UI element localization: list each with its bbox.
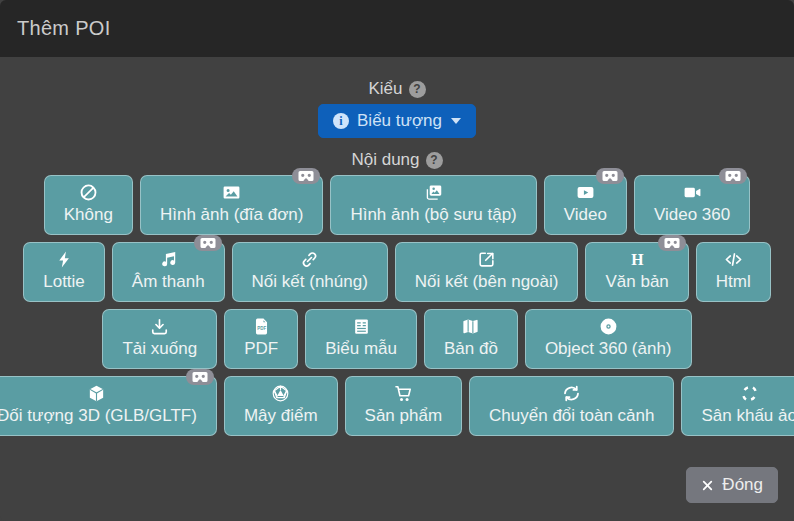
bolt-icon [55,250,74,269]
download-icon [150,317,169,336]
content-type-point-cloud-button[interactable]: Mây điểm [224,376,338,436]
vr-badge [719,168,747,184]
content-type-label: Hình ảnh (đĩa đơn) [160,204,303,227]
content-type-row: KhôngHình ảnh (đĩa đơn)Hình ảnh (bộ sưu … [14,175,780,235]
content-type-label: Âm thanh [132,271,205,294]
content-type-html-button[interactable]: Html [696,242,771,302]
content-type-map-button[interactable]: Bản đồ [424,309,518,369]
content-type-lottie-button[interactable]: Lottie [23,242,105,302]
content-type-label: Html [716,271,751,294]
content-type-label: Đối tượng 3D (GLB/GLTF) [0,405,197,428]
content-type-row: Đối tượng 3D (GLB/GLTF)Mây điểmSản phẩmC… [14,376,780,436]
content-type-image-single-button[interactable]: Hình ảnh (đĩa đơn) [140,175,323,235]
form-icon [352,317,371,336]
video-play-icon [576,183,595,202]
content-type-label: Sân khấu ảo [701,405,794,428]
music-icon [159,250,178,269]
spin-icon [740,384,759,403]
content-type-label: Video [564,204,607,227]
external-link-icon [477,250,496,269]
content-field-label: Nội dung [351,150,419,170]
content-type-video-button[interactable]: Video [544,175,627,235]
content-type-grid: KhôngHình ảnh (đĩa đơn)Hình ảnh (bộ sưu … [14,175,780,436]
map-icon [461,317,480,336]
svg-text:PDF: PDF [257,326,266,331]
close-button-label: Đóng [722,475,763,495]
vr-goggles-icon [192,372,208,382]
vr-badge [186,369,214,385]
heading-icon: H [628,250,647,269]
polyhedron-icon [271,384,290,403]
images-icon [424,183,443,202]
content-type-label: Văn bản [605,271,668,294]
content-type-label: Nối kết (nhúng) [252,271,368,294]
content-type-image-gallery-button[interactable]: Hình ảnh (bộ sưu tập) [330,175,536,235]
content-type-row: LottieÂm thanhNối kết (nhúng)Nối kết (bê… [14,242,780,302]
dialog-title: Thêm POI [17,17,111,40]
svg-text:H: H [631,251,644,268]
link-icon [300,250,319,269]
content-type-label: Object 360 (ảnh) [545,338,672,361]
content-type-label: Chuyển đổi toàn cảnh [489,405,654,428]
dialog-header: Thêm POI [0,0,794,57]
vr-badge [292,168,320,184]
vr-goggles-icon [725,171,741,181]
type-field-label-row: Kiểu ? [14,79,780,99]
content-type-virtual-stage-button[interactable]: Sân khấu ảo [681,376,794,436]
content-type-video-360-button[interactable]: Video 360 [634,175,750,235]
content-type-label: PDF [244,338,278,361]
content-type-text-button[interactable]: HVăn bản [585,242,688,302]
content-type-label: Mây điểm [244,405,318,428]
vr-badge [194,235,222,251]
content-type-label: Video 360 [654,204,730,227]
circle-question-icon[interactable]: ? [426,152,443,169]
content-type-label: Nối kết (bên ngoài) [415,271,559,294]
content-type-pdf-button[interactable]: PDFPDF [224,309,298,369]
vr-badge [658,235,686,251]
dialog-footer: Đóng [14,453,780,505]
content-type-download-button[interactable]: Tải xuống [102,309,217,369]
ban-icon [79,183,98,202]
type-dropdown-button[interactable]: i Biểu tượng [318,104,476,138]
content-field-label-row: Nội dung ? [14,150,780,170]
content-type-label: Hình ảnh (bộ sưu tập) [350,204,516,227]
type-field-label: Kiểu [368,79,402,99]
content-type-form-button[interactable]: Biểu mẫu [305,309,417,369]
content-type-label: Bản đồ [444,338,498,361]
circle-question-icon[interactable]: ? [409,81,426,98]
disc-icon [599,317,618,336]
content-type-label: Tải xuống [122,338,197,361]
video-camera-icon [683,183,702,202]
add-poi-dialog: Thêm POI Kiểu ? i Biểu tượng Nội dung ? … [0,0,794,521]
cart-icon [394,384,413,403]
sync-icon [562,384,581,403]
vr-goggles-icon [298,171,314,181]
content-type-audio-button[interactable]: Âm thanh [112,242,225,302]
circle-info-icon: i [333,113,349,129]
content-type-link-embed-button[interactable]: Nối kết (nhúng) [232,242,388,302]
close-button[interactable]: Đóng [686,467,778,503]
image-icon [222,183,241,202]
content-type-row: Tải xuốngPDFPDFBiểu mẫuBản đồObject 360 … [14,309,780,369]
content-type-label: Lottie [43,271,85,294]
content-type-link-external-button[interactable]: Nối kết (bên ngoài) [395,242,579,302]
vr-goggles-icon [602,171,618,181]
vr-badge [596,168,624,184]
content-type-object-360-button[interactable]: Object 360 (ảnh) [525,309,692,369]
vr-goggles-icon [664,238,680,248]
code-icon [724,250,743,269]
content-type-label: Không [64,204,113,227]
cube-icon [87,384,106,403]
caret-down-icon [451,118,461,124]
content-type-panorama-transition-button[interactable]: Chuyển đổi toàn cảnh [469,376,674,436]
type-dropdown-label: Biểu tượng [357,111,442,131]
content-type-none-button[interactable]: Không [44,175,133,235]
content-type-product-button[interactable]: Sản phẩm [345,376,463,436]
content-type-label: Sản phẩm [365,405,443,428]
content-type-object-3d-button[interactable]: Đối tượng 3D (GLB/GLTF) [0,376,217,436]
dialog-body: Kiểu ? i Biểu tượng Nội dung ? KhôngHình… [0,57,794,521]
file-pdf-icon: PDF [252,317,271,336]
vr-goggles-icon [200,238,216,248]
type-dropdown-row: i Biểu tượng [14,104,780,138]
content-type-label: Biểu mẫu [325,338,397,361]
